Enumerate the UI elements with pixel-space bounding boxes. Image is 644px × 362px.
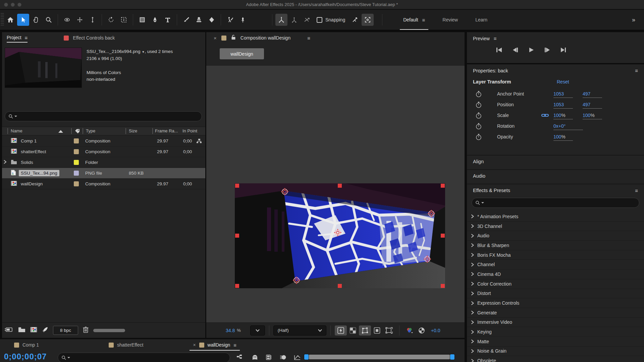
puppet-pin-tool[interactable] bbox=[237, 14, 249, 26]
hand-tool[interactable] bbox=[30, 14, 42, 26]
scrollbar-track[interactable] bbox=[309, 355, 450, 359]
comp-mini-flowchart-button[interactable]: wallDesign bbox=[220, 48, 264, 59]
roto-brush-tool[interactable] bbox=[224, 14, 236, 26]
project-row-comp1[interactable]: Comp 1 Composition 29.97 0;00 bbox=[2, 136, 205, 146]
project-search-input[interactable] bbox=[5, 111, 202, 121]
position-x-value[interactable]: 1053 bbox=[553, 102, 573, 109]
fast-previews-icon[interactable] bbox=[335, 325, 347, 336]
workspace-tab-default[interactable]: Default ≡ bbox=[394, 10, 434, 30]
align-to-pixel-icon[interactable] bbox=[362, 14, 374, 26]
play-button[interactable] bbox=[527, 46, 535, 54]
new-composition-icon[interactable] bbox=[30, 327, 37, 334]
draft-3d-icon[interactable] bbox=[252, 355, 258, 362]
scale-x-value[interactable]: 100% bbox=[553, 113, 573, 119]
properties-title[interactable]: Properties: back bbox=[473, 68, 508, 73]
orbit-camera-tool[interactable] bbox=[61, 14, 73, 26]
stopwatch-icon[interactable] bbox=[476, 112, 482, 120]
workspace-tab-learn[interactable]: Learn bbox=[467, 10, 496, 30]
search-options-icon[interactable] bbox=[14, 116, 17, 117]
brush-tool[interactable] bbox=[180, 14, 192, 26]
project-row-ssu-png[interactable]: SSU_Tex...94.png PNG file 850 KB bbox=[2, 168, 205, 179]
toolbar-grip[interactable] bbox=[1, 13, 4, 26]
fx-category-generate[interactable]: Generate bbox=[467, 308, 644, 318]
stopwatch-icon[interactable] bbox=[476, 123, 482, 131]
timeline-search-input[interactable] bbox=[58, 353, 230, 362]
current-time-display[interactable]: 0;00;00;07 bbox=[4, 352, 47, 361]
magnification-dropdown[interactable] bbox=[250, 325, 265, 336]
effects-presets-title[interactable]: Effects & Presets bbox=[473, 188, 510, 193]
fx-category-noise-grain[interactable]: Noise & Grain bbox=[467, 347, 644, 356]
fx-category-keying[interactable]: Keying bbox=[467, 327, 644, 337]
effects-menu-icon[interactable]: ≡ bbox=[635, 188, 638, 193]
opacity-value[interactable]: 100% bbox=[553, 134, 573, 141]
panel-menu-icon[interactable]: ≡ bbox=[25, 35, 28, 41]
interpret-footage-icon[interactable] bbox=[5, 327, 13, 334]
frame-blending-icon[interactable] bbox=[266, 355, 272, 362]
world-axis-mode-icon[interactable] bbox=[288, 14, 300, 26]
fx-category-matte[interactable]: Matte bbox=[467, 337, 644, 347]
mask-visibility-icon[interactable] bbox=[359, 325, 371, 336]
preview-menu-icon[interactable]: ≡ bbox=[494, 36, 497, 41]
anchor-x-value[interactable]: 1053 bbox=[553, 91, 573, 98]
pan-camera-tool[interactable] bbox=[74, 14, 86, 26]
fx-category-color-correction[interactable]: Color Correction bbox=[467, 279, 644, 289]
resolution-dropdown[interactable]: (Half) bbox=[273, 325, 326, 336]
motion-blur-icon[interactable] bbox=[280, 355, 286, 362]
label-color-tag[interactable] bbox=[74, 149, 79, 154]
link-dimensions-icon[interactable] bbox=[541, 113, 549, 119]
viewer-tab-label[interactable]: Composition wallDesign bbox=[240, 35, 290, 41]
magnification-value[interactable]: 34.8 bbox=[226, 328, 235, 333]
label-color-tag[interactable] bbox=[74, 171, 79, 176]
fx-category-expression-controls[interactable]: Expression Controls bbox=[467, 298, 644, 308]
stopwatch-icon[interactable] bbox=[476, 134, 482, 142]
audio-section[interactable]: Audio bbox=[473, 173, 485, 179]
position-y-value[interactable]: 497 bbox=[583, 102, 602, 109]
sort-ascending-icon[interactable] bbox=[58, 130, 63, 133]
view-axis-mode-icon[interactable] bbox=[301, 14, 313, 26]
tab-effect-controls[interactable]: Effect Controls back bbox=[73, 35, 115, 41]
region-of-interest-icon[interactable] bbox=[371, 325, 383, 336]
new-folder-icon[interactable] bbox=[18, 327, 25, 334]
composition-mini-flowchart-icon[interactable] bbox=[237, 355, 244, 362]
stopwatch-icon[interactable] bbox=[476, 91, 482, 99]
stopwatch-icon[interactable] bbox=[476, 102, 482, 110]
align-section[interactable]: Align bbox=[473, 159, 484, 164]
type-tool[interactable] bbox=[162, 14, 174, 26]
close-tab-icon[interactable]: × bbox=[214, 35, 217, 41]
region-of-interest-tool[interactable] bbox=[118, 14, 130, 26]
label-color-tag[interactable] bbox=[74, 181, 79, 186]
channel-rgb-icon[interactable] bbox=[404, 325, 416, 336]
column-type[interactable]: Type bbox=[86, 128, 95, 133]
unlocked-icon[interactable] bbox=[231, 35, 236, 41]
rectangle-tool[interactable] bbox=[136, 14, 148, 26]
fx-category-distort[interactable]: Distort bbox=[467, 289, 644, 299]
fx-category-obsolete[interactable]: Obsolete bbox=[467, 356, 644, 362]
pixel-aspect-correction-icon[interactable] bbox=[383, 325, 395, 336]
bit-depth-button[interactable]: 8 bpc bbox=[53, 326, 78, 335]
search-options-icon[interactable] bbox=[67, 357, 70, 358]
next-frame-button[interactable] bbox=[543, 46, 551, 54]
fx-category-animation-presets[interactable]: * Animation Presets bbox=[467, 212, 644, 222]
local-axis-mode-icon[interactable] bbox=[275, 14, 287, 26]
expand-chevron-icon[interactable] bbox=[3, 160, 7, 165]
exposure-icon[interactable] bbox=[416, 325, 428, 336]
workspace-menu-icon[interactable]: ≡ bbox=[422, 17, 425, 23]
rocket-icon[interactable] bbox=[42, 326, 48, 334]
exposure-value[interactable]: +0.0 bbox=[431, 328, 440, 333]
column-frame-rate[interactable]: Frame Ra... bbox=[155, 128, 178, 133]
timeline-tab-comp1[interactable]: Comp 1 bbox=[9, 339, 44, 351]
home-icon[interactable] bbox=[4, 14, 16, 26]
label-column-icon[interactable] bbox=[74, 128, 80, 135]
project-row-walldesign[interactable]: wallDesign Composition 29.97 0;00 bbox=[2, 179, 205, 189]
column-in-point[interactable]: In Point bbox=[182, 128, 197, 133]
snapping-toggle[interactable]: Snapping bbox=[317, 17, 345, 23]
snapping-checkbox[interactable] bbox=[317, 17, 322, 23]
composition-image[interactable] bbox=[235, 183, 445, 290]
rotation-value[interactable]: 0x+0° bbox=[553, 123, 583, 130]
scrollbar-right-handle[interactable] bbox=[450, 354, 454, 360]
reset-link[interactable]: Reset bbox=[557, 79, 569, 84]
timeline-zoom-scrollbar[interactable] bbox=[304, 354, 455, 360]
anchor-y-value[interactable]: 497 bbox=[583, 91, 602, 98]
preview-title[interactable]: Preview bbox=[473, 36, 490, 41]
graph-editor-icon[interactable] bbox=[294, 355, 301, 362]
